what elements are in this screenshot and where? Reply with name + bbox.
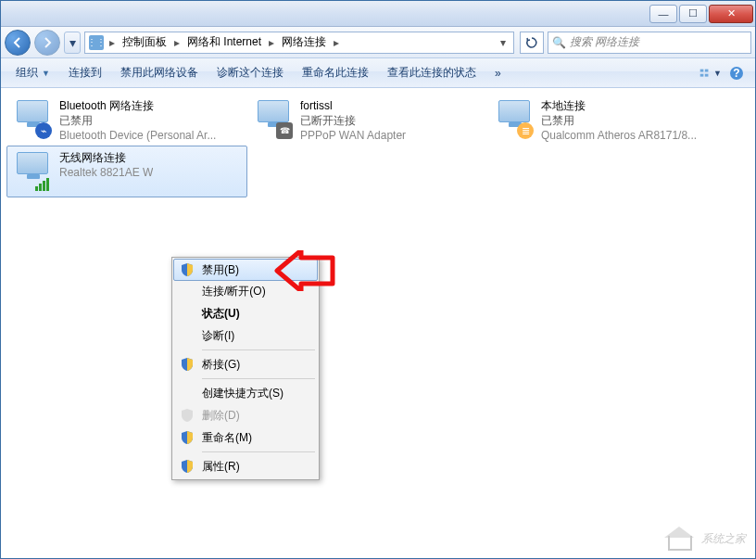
connection-name: 无线网络连接 [59,150,153,165]
connection-status: 已禁用 [59,113,216,128]
ethernet-icon: ≣ [517,122,534,139]
recent-locations-button[interactable]: ▾ [64,32,81,54]
breadcrumb[interactable]: ⋮⋮ ▸ 控制面板 ▸ 网络和 Internet ▸ 网络连接 ▸ ▾ [84,32,514,54]
minimize-button[interactable]: — [649,5,677,23]
refresh-icon [525,36,538,49]
connection-name: 本地连接 [541,98,697,113]
separator [202,451,315,452]
rename-button[interactable]: 重命名此连接 [295,61,376,84]
modem-icon: ☎ [276,122,293,139]
svg-rect-2 [700,73,704,76]
shield-icon [180,262,195,277]
search-icon: 🔍 [552,36,566,49]
ctx-status[interactable]: 状态(U) [174,302,317,324]
connection-icon: ≣ [495,98,536,139]
disable-device-button[interactable]: 禁用此网络设备 [113,61,206,84]
connection-device: PPPoP WAN Adapter [300,128,406,143]
connection-name: fortissl [300,98,406,113]
close-button[interactable]: ✕ [709,5,753,23]
connection-icon: ⌁ [13,98,54,139]
help-button[interactable]: ? [725,62,748,84]
svg-text:?: ? [733,67,739,80]
help-icon: ? [729,66,744,81]
ctx-diagnose[interactable]: 诊断(I) [174,324,317,347]
arrow-right-icon [41,36,54,49]
network-location-icon: ⋮⋮ [89,35,104,50]
chevron-right-icon: ▸ [170,36,183,49]
chevron-right-icon: ▸ [106,36,119,49]
svg-rect-3 [705,73,709,76]
breadcrumb-item[interactable]: 控制面板 [120,34,169,50]
connection-name: Bluetooth 网络连接 [59,98,216,113]
connection-item-fortissl[interactable]: ☎ fortissl 已断开连接 PPPoP WAN Adapter [247,94,488,146]
connection-item-wireless[interactable]: 无线网络连接 Realtek 8821AE W [6,146,247,197]
view-icon [699,66,712,81]
connection-status: 已禁用 [541,113,697,128]
shield-icon [180,430,195,445]
organize-menu[interactable]: 组织▼ [8,61,57,84]
bluetooth-icon: ⌁ [35,122,52,139]
ctx-connect-disconnect[interactable]: 连接/断开(O) [174,280,317,302]
more-button[interactable]: » [487,63,509,83]
toolbar: 组织▼ 连接到 禁用此网络设备 诊断这个连接 重命名此连接 查看此连接的状态 »… [1,58,755,88]
connection-device: Bluetooth Device (Personal Ar... [59,128,216,143]
breadcrumb-item[interactable]: 网络和 Internet [185,34,263,50]
shield-icon [180,408,195,423]
chevron-right-icon: ▸ [265,36,278,49]
shield-icon [180,357,195,372]
connection-item-local[interactable]: ≣ 本地连接 已禁用 Qualcomm Atheros AR8171/8... [488,94,729,146]
arrow-left-icon [11,36,24,49]
diagnose-button[interactable]: 诊断这个连接 [209,61,291,84]
watermark: 系统之家 [662,527,746,551]
back-button[interactable] [5,30,31,56]
explorer-window: — ☐ ✕ ▾ ⋮⋮ ▸ 控制面板 ▸ 网络和 Internet ▸ 网络连接 … [0,0,756,559]
context-menu: 禁用(B) 连接/断开(O) 状态(U) 诊断(I) 桥接(G) 创建快捷方式(… [171,257,320,480]
ctx-create-shortcut[interactable]: 创建快捷方式(S) [174,382,317,404]
maximize-button[interactable]: ☐ [679,5,707,23]
refresh-button[interactable] [520,32,544,54]
separator [202,349,315,350]
titlebar: — ☐ ✕ [1,1,755,27]
wifi-signal-icon [35,174,52,191]
search-input[interactable]: 🔍 搜索 网络连接 [548,32,751,54]
svg-rect-1 [705,69,709,71]
ctx-disable[interactable]: 禁用(B) [173,259,318,281]
svg-rect-0 [700,69,704,71]
connection-icon: ☎ [254,98,295,139]
connection-item-bluetooth[interactable]: ⌁ Bluetooth 网络连接 已禁用 Bluetooth Device (P… [6,94,247,146]
ctx-rename[interactable]: 重命名(M) [174,426,317,449]
content-area[interactable]: ⌁ Bluetooth 网络连接 已禁用 Bluetooth Device (P… [1,88,755,558]
shield-icon [180,459,195,474]
chevron-down-icon: ▼ [42,69,50,78]
breadcrumb-item[interactable]: 网络连接 [280,34,328,50]
ctx-bridge[interactable]: 桥接(G) [174,353,317,375]
search-placeholder: 搜索 网络连接 [570,34,639,50]
dropdown-icon[interactable]: ▾ [497,36,510,49]
ctx-properties[interactable]: 属性(R) [174,455,317,477]
separator [202,378,315,379]
connection-icon [13,150,54,191]
forward-button[interactable] [34,30,60,56]
view-options-button[interactable]: ▼ [699,62,722,84]
connection-device: Realtek 8821AE W [59,165,153,180]
connection-status: 已断开连接 [300,113,406,128]
navigation-bar: ▾ ⋮⋮ ▸ 控制面板 ▸ 网络和 Internet ▸ 网络连接 ▸ ▾ 🔍 … [1,27,755,58]
connection-device: Qualcomm Atheros AR8171/8... [541,128,697,143]
ctx-delete: 删除(D) [174,404,317,426]
connect-to-button[interactable]: 连接到 [61,61,109,84]
house-icon [662,527,696,551]
view-status-button[interactable]: 查看此连接的状态 [380,61,484,84]
chevron-down-icon: ▼ [713,69,722,78]
chevron-right-icon: ▸ [330,36,343,49]
